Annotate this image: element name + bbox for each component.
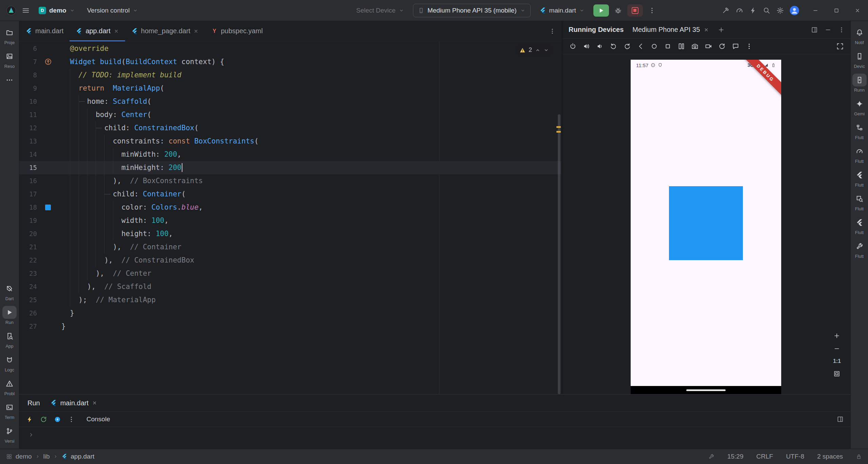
tool-stripe-notifications[interactable]: Notif <box>851 26 868 45</box>
layout-settings-icon[interactable] <box>837 416 844 423</box>
warning-stripe-mark[interactable] <box>556 126 561 128</box>
power-icon[interactable] <box>569 43 576 50</box>
code-line-19[interactable]: 19width: 100, <box>19 214 561 227</box>
code-line-26[interactable]: 26} <box>19 307 561 320</box>
readonly-lock-icon[interactable] <box>856 453 862 460</box>
inspections-widget[interactable]: 2 <box>517 45 551 55</box>
zoom-fit-icon[interactable] <box>833 370 840 377</box>
tool-stripe-problems[interactable]: Probl <box>0 377 19 396</box>
override-gutter-icon[interactable] <box>44 58 52 65</box>
code-line-8[interactable]: 8// TODO: implement build <box>19 69 561 82</box>
tool-stripe-terminal[interactable]: Term <box>0 401 19 420</box>
code-line-21[interactable]: 21), // Container <box>19 240 561 254</box>
zoom-in-icon[interactable] <box>833 332 840 339</box>
device-selector[interactable]: Medium Phone API 35 (mobile) <box>413 4 531 17</box>
code-line-13[interactable]: 13constraints: const BoxConstraints( <box>19 135 561 148</box>
code-line-15[interactable]: 15minHeight: 200 <box>19 161 561 174</box>
code-line-25[interactable]: 25); // MaterialApp <box>19 293 561 307</box>
tool-stripe-gemini[interactable]: Gemi <box>851 97 868 116</box>
tool-stripe-project[interactable]: Proje <box>0 26 19 45</box>
tool-stripe-dart-analysis[interactable]: Dart <box>0 282 19 301</box>
code-line-17[interactable]: 17child: Container( <box>19 188 561 201</box>
run-button[interactable] <box>593 4 609 17</box>
more-options-icon[interactable] <box>746 43 753 50</box>
select-device-dropdown[interactable]: Select Device <box>353 4 407 17</box>
stop-button[interactable] <box>627 4 643 17</box>
code-line-18[interactable]: 18color: Colors.blue, <box>19 201 561 214</box>
code-line-14[interactable]: 14minWidth: 200, <box>19 148 561 161</box>
breadcrumb-folder[interactable]: lib <box>43 453 50 460</box>
run-configuration-selector[interactable]: main.dart <box>536 4 588 17</box>
screenshot-icon[interactable] <box>691 43 698 50</box>
analysis-icon[interactable] <box>708 453 714 460</box>
tool-stripe-more-tool-windows[interactable] <box>0 74 19 86</box>
run-tab[interactable]: main.dart <box>50 399 97 407</box>
expand-output-icon[interactable] <box>28 432 34 438</box>
hide-icon[interactable] <box>825 26 831 33</box>
tool-stripe-resource-manager[interactable]: Reso <box>0 50 19 69</box>
device-screen[interactable]: 11:57 3G ▲▼ DEBUG <box>631 60 781 394</box>
tool-stripe-run[interactable]: Run <box>0 306 19 325</box>
zoom-ratio-button[interactable]: 1:1 <box>833 358 841 364</box>
nav-home-icon[interactable] <box>651 43 658 50</box>
code-line-16[interactable]: 16), // BoxConstraints <box>19 174 561 188</box>
code-line-20[interactable]: 20height: 100, <box>19 227 561 240</box>
close-tab-icon[interactable] <box>193 28 199 34</box>
breadcrumb-file[interactable]: app.dart <box>71 453 95 460</box>
snapshots-icon[interactable] <box>718 43 726 50</box>
close-tab-icon[interactable] <box>92 400 97 406</box>
console-area[interactable] <box>19 427 850 439</box>
tool-stripe-flutter-inspector[interactable]: Flutt <box>851 169 868 188</box>
debug-button[interactable] <box>614 7 622 14</box>
color-preview-swatch[interactable] <box>45 205 51 210</box>
editor-scrollbar[interactable] <box>558 114 560 394</box>
tool-stripe-flutter-performance[interactable]: Flutt <box>851 145 868 164</box>
tool-stripe-app-inspection[interactable]: App <box>0 330 19 349</box>
warning-stripe-mark[interactable] <box>556 131 561 133</box>
window-layout-icon[interactable] <box>811 26 818 33</box>
editor-tab-home_page.dart[interactable]: home_page.dart <box>125 21 205 41</box>
caret-position[interactable]: 15:29 <box>727 453 744 460</box>
more-run-actions-icon[interactable] <box>648 7 656 14</box>
minimize-button[interactable] <box>805 0 826 21</box>
close-tab-icon[interactable] <box>704 27 709 33</box>
line-separator[interactable]: CRLF <box>756 453 773 460</box>
maximize-button[interactable] <box>826 0 847 21</box>
tool-stripe-device-manager[interactable]: Devic <box>851 50 868 69</box>
flutter-hot-restart-icon[interactable] <box>40 416 47 423</box>
tool-stripe-flutter-outline[interactable]: Flutt <box>851 121 868 140</box>
code-line-22[interactable]: 22), // ConstrainedBox <box>19 254 561 267</box>
gutter[interactable] <box>37 201 59 214</box>
tab-options-icon[interactable] <box>549 28 556 35</box>
indent-style[interactable]: 2 spaces <box>817 453 843 460</box>
nav-overview-icon[interactable] <box>664 43 671 50</box>
next-problem-icon[interactable] <box>544 47 549 53</box>
user-avatar[interactable] <box>789 5 800 16</box>
code-line-6[interactable]: 6@override <box>19 42 561 55</box>
rotate-left-icon[interactable] <box>610 43 617 50</box>
tool-stripe-flutter-attach[interactable]: Flutt <box>851 216 868 235</box>
code-line-7[interactable]: 7Widget build(BuildContext context) { <box>19 55 561 69</box>
gutter[interactable] <box>37 55 59 69</box>
close-tab-icon[interactable] <box>114 28 119 34</box>
editor-tab-app.dart[interactable]: app.dart <box>70 21 125 41</box>
editor-tab-pubspec.yaml[interactable]: Ypubspec.yaml <box>205 21 269 41</box>
volume-up-icon[interactable] <box>583 43 590 50</box>
code-line-27[interactable]: 27} <box>19 320 561 333</box>
code-line-10[interactable]: 10home: Scaffold( <box>19 95 561 108</box>
feedback-icon[interactable] <box>732 43 739 50</box>
breadcrumb-project[interactable]: demo <box>16 453 32 460</box>
settings-icon[interactable] <box>776 7 784 14</box>
tool-stripe-flutter-settings[interactable]: Flutt <box>851 240 868 259</box>
version-control-menu[interactable]: Version control <box>84 4 142 17</box>
profiler-icon[interactable] <box>736 7 743 14</box>
more-options-icon[interactable] <box>838 26 845 33</box>
screen-record-icon[interactable] <box>705 43 712 50</box>
file-encoding[interactable]: UTF-8 <box>786 453 804 460</box>
editor-tab-main.dart[interactable]: main.dart <box>19 21 70 41</box>
console-tab[interactable]: Console <box>86 415 110 423</box>
tool-stripe-running-devices[interactable]: Runn <box>851 74 868 93</box>
project-selector[interactable]: D demo <box>35 4 78 17</box>
zoom-out-icon[interactable] <box>833 345 840 352</box>
quick-launch-icon[interactable] <box>749 7 757 14</box>
